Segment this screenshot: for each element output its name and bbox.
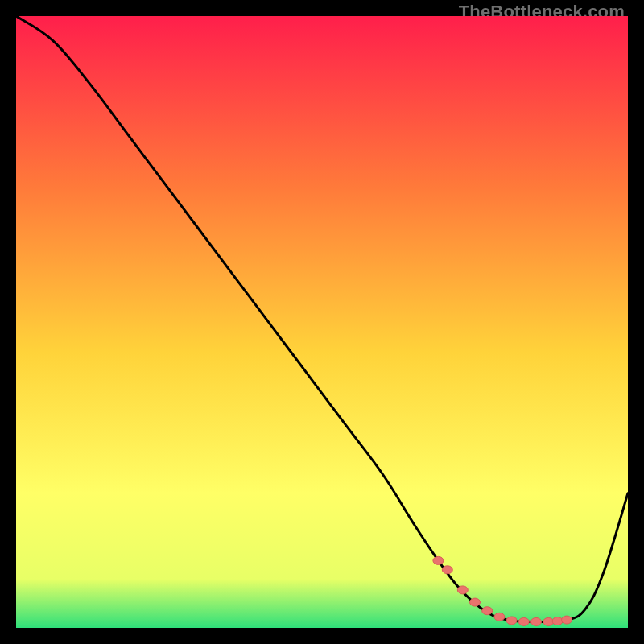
marker-dot [442, 566, 452, 574]
marker-dot [457, 586, 468, 594]
marker-dot [562, 616, 572, 624]
marker-dot [433, 556, 444, 564]
marker-dot [531, 617, 542, 625]
bottleneck-chart [16, 16, 628, 628]
marker-dot [506, 617, 517, 625]
marker-dot [482, 607, 493, 615]
marker-dot [518, 617, 529, 625]
marker-dot [552, 617, 563, 625]
marker-dot [470, 598, 481, 606]
marker-dot [494, 613, 505, 621]
